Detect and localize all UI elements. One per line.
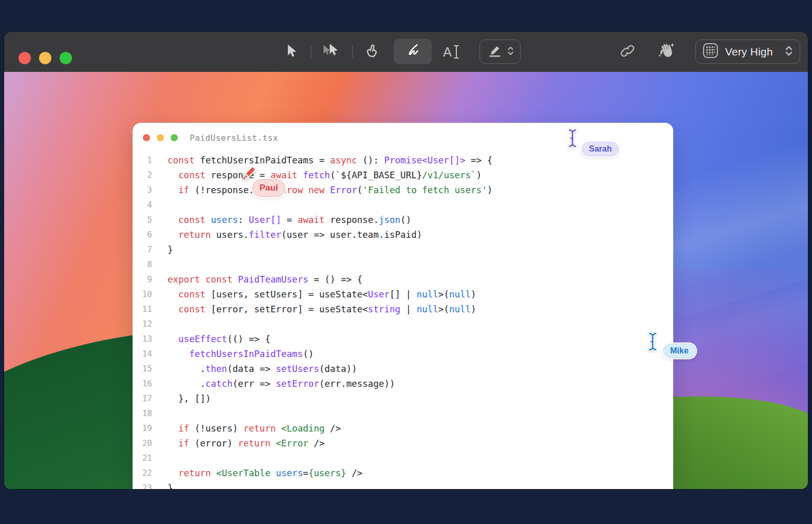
minimize-button[interactable] bbox=[39, 52, 51, 64]
code-line: 11 const [error, setError] = useState<st… bbox=[133, 302, 673, 316]
line-number: 21 bbox=[133, 453, 152, 463]
line-number: 2 bbox=[133, 170, 152, 180]
code-text: const [users, setUsers] = useState<User[… bbox=[152, 289, 476, 300]
code-line: 14 fetchUsersInPaidTeams() bbox=[133, 346, 673, 361]
multi-cursor-icon bbox=[322, 43, 340, 61]
draw-tool-button[interactable] bbox=[394, 39, 432, 64]
shared-screen-wallpaper: PaidUsersList.tsx 1const fetchUsersInPai… bbox=[4, 72, 808, 489]
code-line: 9export const PaidTeamUsers = () => { bbox=[133, 272, 673, 287]
line-number: 18 bbox=[133, 408, 152, 418]
code-line: 13 useEffect(() => { bbox=[133, 331, 673, 346]
code-text: const users: User[] = await response.jso… bbox=[152, 215, 411, 225]
code-text: }, []) bbox=[152, 394, 211, 404]
collaborator-name-badge: Mike bbox=[663, 344, 696, 358]
close-button[interactable] bbox=[19, 52, 31, 64]
touch-tool-button[interactable] bbox=[363, 32, 380, 72]
code-area: 1const fetchUsersInPaidTeams = async ():… bbox=[133, 153, 673, 489]
code-text: const fetchUsersInPaidTeams = async (): … bbox=[152, 155, 492, 165]
grid-icon bbox=[703, 43, 718, 61]
collaborator-name-badge: Sarah bbox=[582, 142, 619, 156]
code-line: 21 bbox=[133, 451, 673, 465]
chevron-up-down-icon bbox=[507, 45, 514, 59]
code-line: 2 const response = await fetch(`${API_BA… bbox=[133, 167, 673, 182]
code-text: const response = await fetch(`${API_BASE… bbox=[152, 170, 482, 180]
code-line: 10 const [users, setUsers] = useState<Us… bbox=[133, 287, 673, 302]
line-number: 4 bbox=[133, 200, 152, 210]
editor-zoom-button[interactable] bbox=[171, 134, 178, 141]
line-number: 14 bbox=[133, 349, 152, 359]
code-line: 4 bbox=[133, 197, 673, 212]
code-text: if (error) return <Error /> bbox=[152, 438, 325, 448]
line-number: 20 bbox=[133, 438, 152, 448]
editor-minimize-button[interactable] bbox=[157, 134, 164, 141]
window-controls bbox=[19, 52, 72, 64]
code-text: fetchUsersInPaidTeams() bbox=[152, 349, 314, 359]
cursor-tool-button[interactable] bbox=[284, 32, 298, 72]
code-text: const [error, setError] = useState<strin… bbox=[152, 304, 476, 314]
code-line: 17 }, []) bbox=[133, 391, 673, 406]
stroke-width-dropdown[interactable] bbox=[479, 40, 521, 64]
toolbar-separator bbox=[352, 45, 353, 59]
link-tool-button[interactable] bbox=[619, 32, 636, 72]
code-line: 6 return users.filter(user => user.team.… bbox=[133, 227, 673, 242]
code-text: .then(data => setUsers(data)) bbox=[152, 364, 357, 374]
code-text: } bbox=[152, 245, 173, 255]
quality-dropdown[interactable]: Very High bbox=[695, 40, 800, 64]
line-number: 12 bbox=[133, 319, 152, 329]
desktop-background: A bbox=[0, 0, 812, 524]
line-number: 3 bbox=[133, 185, 152, 195]
zoom-button[interactable] bbox=[60, 52, 72, 64]
code-text: useEffect(() => { bbox=[152, 334, 270, 344]
code-text: return <UserTable users={users} /> bbox=[152, 468, 362, 478]
line-number: 7 bbox=[133, 245, 152, 254]
line-number: 9 bbox=[133, 274, 152, 284]
code-line: 18 bbox=[133, 406, 673, 421]
line-number: 11 bbox=[133, 304, 152, 314]
code-line: 20 if (error) return <Error /> bbox=[133, 436, 673, 451]
quality-label: Very High bbox=[725, 46, 773, 58]
cursor-icon bbox=[285, 44, 297, 60]
code-line: 22 return <UserTable users={users} /> bbox=[133, 465, 673, 480]
multi-cursor-tool-button[interactable] bbox=[321, 32, 341, 72]
code-line: 15 .then(data => setUsers(data)) bbox=[133, 361, 673, 376]
line-number: 5 bbox=[133, 215, 152, 224]
clap-hands-icon bbox=[657, 42, 676, 62]
code-line: 16 .catch(err => setError(err.message)) bbox=[133, 376, 673, 391]
code-editor-window: PaidUsersList.tsx 1const fetchUsersInPai… bbox=[133, 123, 673, 489]
code-line: 19 if (!users) return <Loading /> bbox=[133, 421, 673, 436]
line-number: 15 bbox=[133, 364, 152, 373]
code-text: .catch(err => setError(err.message)) bbox=[152, 379, 395, 389]
code-line: 3 if (!response.ok) throw new Error('Fai… bbox=[133, 182, 673, 197]
code-text: if (!users) return <Loading /> bbox=[152, 423, 341, 434]
scribble-icon bbox=[404, 42, 421, 61]
collaborator-text-cursor-icon bbox=[566, 127, 579, 151]
line-number: 1 bbox=[133, 155, 152, 165]
line-number: 10 bbox=[133, 289, 152, 299]
collaborator-text-cursor-icon bbox=[647, 331, 659, 354]
code-line: 12 bbox=[133, 316, 673, 331]
line-number: 16 bbox=[133, 379, 152, 388]
pencil-stroke-icon bbox=[487, 43, 502, 61]
collaborator-name-badge: Paul bbox=[252, 179, 285, 197]
code-text: return users.filter(user => user.team.is… bbox=[152, 230, 422, 240]
code-text: if (!response.ok) throw new Error('Faile… bbox=[152, 185, 492, 195]
line-number: 19 bbox=[133, 423, 152, 433]
code-line: 7} bbox=[133, 242, 673, 257]
line-number: 6 bbox=[133, 230, 152, 239]
toolbar: A bbox=[4, 32, 808, 72]
text-tool-icon: A bbox=[443, 44, 459, 60]
editor-file-title: PaidUsersList.tsx bbox=[190, 133, 278, 143]
line-number: 8 bbox=[133, 259, 152, 269]
code-line: 23} bbox=[133, 480, 673, 489]
editor-close-button[interactable] bbox=[143, 134, 150, 141]
text-tool-button[interactable]: A bbox=[439, 32, 464, 72]
code-text: export const PaidTeamUsers = () => { bbox=[152, 274, 362, 285]
line-number: 17 bbox=[133, 394, 152, 403]
code-line: 5 const users: User[] = await response.j… bbox=[133, 212, 673, 227]
code-line: 8 bbox=[133, 257, 673, 272]
line-number: 22 bbox=[133, 468, 152, 478]
clap-tool-button[interactable] bbox=[657, 32, 676, 72]
text-tool-letter: A bbox=[443, 45, 452, 60]
link-icon bbox=[620, 43, 635, 61]
code-text: } bbox=[152, 483, 173, 490]
